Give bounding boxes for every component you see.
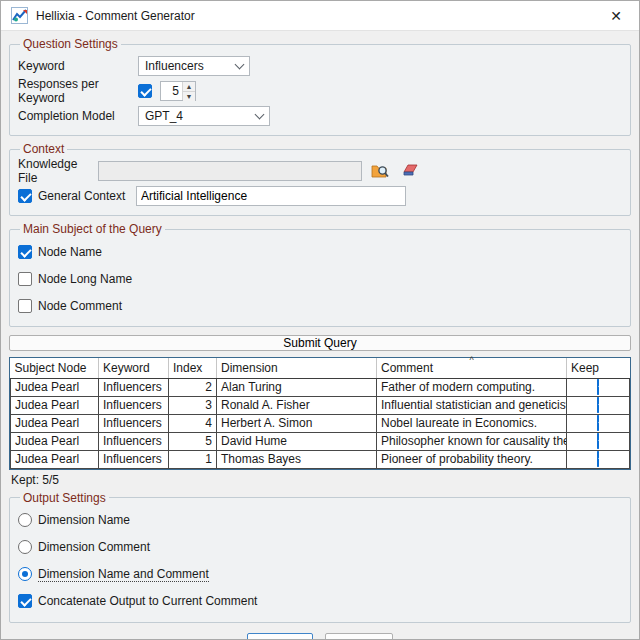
comment-generator-dialog: Hellixia - Comment Generator ✕ Question …	[0, 0, 640, 640]
cell-keep	[567, 432, 630, 450]
cell-comment[interactable]: Influential statistician and geneticist.	[377, 396, 567, 414]
context-group: Context Knowledge File	[9, 142, 631, 216]
cell-keyword[interactable]: Influencers	[99, 414, 169, 432]
table-row[interactable]: Judea Pearl Influencers 1 Thomas Bayes P…	[11, 450, 630, 468]
knowledge-file-label: Knowledge File	[18, 157, 98, 185]
cell-index[interactable]: 1	[169, 450, 217, 468]
cell-keyword[interactable]: Influencers	[99, 378, 169, 396]
app-icon	[11, 7, 28, 24]
completion-model-dropdown[interactable]: GPT_4	[138, 106, 270, 126]
cell-comment[interactable]: Nobel laureate in Economics.	[377, 414, 567, 432]
node-long-name-checkbox[interactable]	[18, 272, 32, 286]
cell-index[interactable]: 2	[169, 378, 217, 396]
column-header-dimension[interactable]: Dimension	[217, 358, 377, 378]
cell-comment[interactable]: Philosopher known for causality theory.	[377, 432, 567, 450]
browse-knowledge-file-button[interactable]	[368, 161, 392, 181]
cell-keyword[interactable]: Influencers	[99, 450, 169, 468]
node-comment-label: Node Comment	[38, 299, 122, 313]
spinner-up-icon[interactable]: ▲	[183, 82, 195, 92]
node-comment-checkbox[interactable]	[18, 299, 32, 313]
chevron-down-icon	[235, 59, 245, 69]
column-header-comment[interactable]: ^ Comment	[377, 358, 567, 378]
table-row[interactable]: Judea Pearl Influencers 5 David Hume Phi…	[11, 432, 630, 450]
knowledge-file-input[interactable]	[98, 161, 362, 181]
general-context-checkbox[interactable]	[18, 189, 32, 203]
main-subject-legend: Main Subject of the Query	[20, 222, 165, 236]
keep-checkbox[interactable]	[597, 433, 599, 449]
cell-keyword[interactable]: Influencers	[99, 396, 169, 414]
node-name-checkbox[interactable]	[18, 245, 32, 259]
keyword-dropdown[interactable]: Influencers	[138, 56, 250, 76]
concatenate-row: Concatenate Output to Current Comment	[18, 588, 622, 615]
cancel-button[interactable]: Cancel	[325, 633, 392, 640]
cell-subject-node[interactable]: Judea Pearl	[11, 378, 99, 396]
results-table: Subject Node Keyword Index Dimension ^ C…	[10, 358, 630, 469]
cell-keyword[interactable]: Influencers	[99, 432, 169, 450]
responses-per-keyword-checkbox[interactable]	[138, 84, 152, 98]
responses-spinner[interactable]: 5 ▲ ▼	[160, 81, 196, 101]
dimension-name-label: Dimension Name	[38, 513, 130, 527]
ok-button[interactable]: OK	[247, 633, 313, 640]
cell-dimension[interactable]: Herbert A. Simon	[217, 414, 377, 432]
concatenate-output-checkbox[interactable]	[18, 594, 32, 608]
chevron-down-icon	[255, 109, 265, 119]
keep-checkbox[interactable]	[597, 415, 599, 431]
clear-knowledge-file-button[interactable]	[398, 161, 422, 181]
cell-subject-node[interactable]: Judea Pearl	[11, 414, 99, 432]
general-context-label: General Context	[38, 189, 128, 203]
dimension-name-radio[interactable]	[18, 513, 32, 527]
keep-checkbox[interactable]	[597, 451, 599, 467]
cell-subject-node[interactable]: Judea Pearl	[11, 450, 99, 468]
column-header-keep[interactable]: Keep	[567, 358, 630, 378]
cell-dimension[interactable]: Alan Turing	[217, 378, 377, 396]
keep-checkbox[interactable]	[597, 397, 599, 413]
cell-index[interactable]: 5	[169, 432, 217, 450]
table-row[interactable]: Judea Pearl Influencers 3 Ronald A. Fish…	[11, 396, 630, 414]
eraser-icon	[402, 163, 419, 178]
cell-index[interactable]: 4	[169, 414, 217, 432]
table-row[interactable]: Judea Pearl Influencers 2 Alan Turing Fa…	[11, 378, 630, 396]
close-button[interactable]: ✕	[603, 3, 629, 29]
question-settings-group: Question Settings Keyword Influencers Re…	[9, 37, 631, 136]
main-subject-group: Main Subject of the Query Node Name Node…	[9, 222, 631, 327]
keep-checkbox[interactable]	[597, 379, 599, 395]
cell-dimension[interactable]: David Hume	[217, 432, 377, 450]
knowledge-file-row: Knowledge File	[18, 158, 622, 183]
cell-index[interactable]: 3	[169, 396, 217, 414]
cell-dimension[interactable]: Thomas Bayes	[217, 450, 377, 468]
dimension-comment-label: Dimension Comment	[38, 540, 150, 554]
cell-comment[interactable]: Pioneer of probability theory.	[377, 450, 567, 468]
dimension-comment-row: Dimension Comment	[18, 534, 622, 561]
window-title: Hellixia - Comment Generator	[36, 9, 195, 23]
concatenate-output-label: Concatenate Output to Current Comment	[38, 594, 257, 608]
column-header-subject-node[interactable]: Subject Node	[11, 358, 99, 378]
submit-query-button[interactable]: Submit Query	[9, 335, 631, 351]
question-settings-legend: Question Settings	[20, 37, 121, 51]
results-table-container: Subject Node Keyword Index Dimension ^ C…	[9, 357, 631, 470]
title-bar: Hellixia - Comment Generator ✕	[1, 1, 639, 31]
column-header-index[interactable]: Index	[169, 358, 217, 378]
node-name-row: Node Name	[18, 238, 622, 265]
cell-subject-node[interactable]: Judea Pearl	[11, 432, 99, 450]
output-settings-legend: Output Settings	[20, 491, 109, 505]
cell-keep	[567, 378, 630, 396]
cell-keep	[567, 450, 630, 468]
completion-model-row: Completion Model GPT_4	[18, 103, 622, 128]
sort-ascending-icon: ^	[469, 355, 473, 365]
dimension-comment-radio[interactable]	[18, 540, 32, 554]
table-row[interactable]: Judea Pearl Influencers 4 Herbert A. Sim…	[11, 414, 630, 432]
column-header-keyword[interactable]: Keyword	[99, 358, 169, 378]
dimension-name-and-comment-radio[interactable]	[18, 567, 32, 581]
dialog-footer: OK Cancel	[9, 627, 631, 640]
cell-comment[interactable]: Father of modern computing.	[377, 378, 567, 396]
cell-subject-node[interactable]: Judea Pearl	[11, 396, 99, 414]
table-header-row: Subject Node Keyword Index Dimension ^ C…	[11, 358, 630, 378]
responses-per-keyword-label: Responses per Keyword	[18, 77, 138, 105]
general-context-input[interactable]	[136, 186, 406, 206]
responses-row: Responses per Keyword 5 ▲ ▼	[18, 78, 622, 103]
spinner-down-icon[interactable]: ▼	[183, 92, 195, 101]
cell-dimension[interactable]: Ronald A. Fisher	[217, 396, 377, 414]
spinner-buttons: ▲ ▼	[182, 82, 195, 100]
dialog-content: Question Settings Keyword Influencers Re…	[1, 31, 639, 639]
dimension-name-and-comment-row: Dimension Name and Comment	[18, 561, 622, 588]
